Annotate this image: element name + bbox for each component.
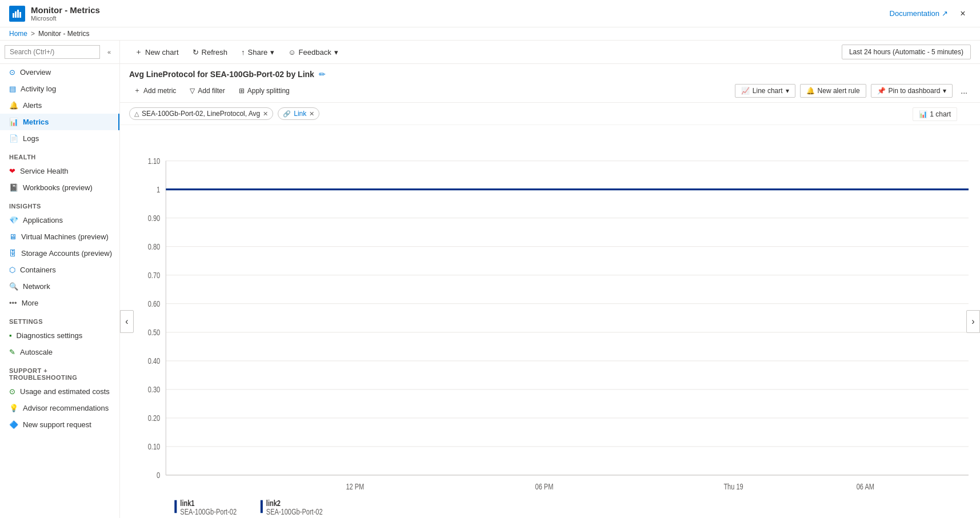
svg-text:12 PM: 12 PM (346, 483, 364, 491)
svg-text:0.70: 0.70 (148, 271, 161, 280)
line-chart-icon: 📈 (741, 87, 750, 95)
new-support-icon: 🔷 (9, 420, 18, 429)
line-chart-button[interactable]: 📈 Line chart ▾ (735, 84, 795, 98)
collapse-button[interactable]: « (103, 46, 115, 58)
more-icon: ••• (9, 299, 17, 307)
new-alert-rule-button[interactable]: 🔔 New alert rule (800, 84, 866, 98)
settings-section-label: Settings (0, 311, 119, 327)
svg-text:0.30: 0.30 (148, 386, 161, 394)
sidebar-item-virtual-machines[interactable]: 🖥 Virtual Machines (preview) (0, 228, 119, 245)
sidebar-item-new-support[interactable]: 🔷 New support request (0, 416, 119, 433)
time-range-button[interactable]: Last 24 hours (Automatic - 5 minutes) (842, 45, 971, 59)
line-chart-chevron-icon: ▾ (786, 87, 789, 95)
more-options-button[interactable]: ... (957, 84, 971, 98)
sidebar-item-applications[interactable]: 💎 Applications (0, 212, 119, 228)
svg-text:0.90: 0.90 (148, 214, 161, 222)
svg-rect-34 (174, 500, 177, 513)
sidebar-item-overview[interactable]: ⊙ Overview (0, 64, 119, 81)
advisor-icon: 💡 (9, 404, 18, 412)
svg-text:link1: link1 (180, 499, 194, 508)
svg-rect-38 (261, 500, 263, 513)
chart-header: Avg LineProtocol for SEA-100Gb-Port-02 b… (120, 64, 980, 103)
edit-chart-title-icon[interactable]: ✏ (319, 70, 326, 79)
chart-count-icon: 📊 (919, 110, 927, 118)
link-tag-icon: 🔗 (283, 110, 291, 118)
svg-rect-2 (17, 10, 19, 18)
svg-text:SEA-100Gb-Port-02: SEA-100Gb-Port-02 (266, 508, 323, 516)
svg-text:0: 0 (157, 471, 160, 480)
storage-accounts-icon: 🗄 (9, 249, 17, 258)
overview-icon: ⊙ (9, 68, 15, 77)
breadcrumb-home[interactable]: Home (9, 30, 27, 38)
sidebar-label-network: Network (23, 282, 50, 291)
sidebar-label-applications: Applications (23, 216, 63, 224)
app-subtitle: Microsoft (31, 15, 100, 22)
share-icon: ↑ (241, 48, 245, 57)
apply-splitting-icon: ⊞ (239, 87, 245, 95)
sidebar-item-usage-costs[interactable]: ⊙ Usage and estimated costs (0, 383, 119, 400)
metric-tag-1[interactable]: △ SEA-100Gb-Port-02, LineProtocol, Avg ✕ (129, 107, 273, 120)
refresh-button[interactable]: ↻ Refresh (187, 45, 234, 59)
app-identity: Monitor - Metrics Microsoft (9, 5, 100, 22)
sidebar-item-network[interactable]: 🔍 Network (0, 278, 119, 295)
sidebar-item-alerts[interactable]: 🔔 Alerts (0, 97, 119, 114)
apply-splitting-button[interactable]: ⊞ Apply splitting (234, 85, 294, 97)
add-filter-button[interactable]: ▽ Add filter (185, 85, 229, 97)
chart-count-label: 1 chart (930, 110, 951, 118)
sidebar-item-diagnostics[interactable]: ▪ Diagnostics settings (0, 327, 119, 344)
chart-title: Avg LineProtocol for SEA-100Gb-Port-02 b… (129, 70, 314, 79)
chart-nav-right[interactable]: › (966, 310, 980, 333)
add-metric-button[interactable]: ＋ Add metric (129, 83, 181, 98)
autoscale-icon: ✎ (9, 348, 15, 356)
new-chart-button[interactable]: ＋ New chart (129, 44, 185, 60)
metric-tag-label: SEA-100Gb-Port-02, LineProtocol, Avg (142, 110, 260, 118)
applications-icon: 💎 (9, 216, 18, 224)
sidebar-item-containers[interactable]: ⬡ Containers (0, 262, 119, 278)
sidebar-item-activity-log[interactable]: ▤ Activity log (0, 81, 119, 97)
link-tag-label: Link (294, 110, 306, 118)
svg-text:0.10: 0.10 (148, 443, 161, 451)
sidebar-item-more[interactable]: ••• More (0, 295, 119, 311)
diagnostics-icon: ▪ (9, 331, 12, 340)
svg-rect-1 (15, 11, 17, 18)
breadcrumb-current: Monitor - Metrics (38, 30, 89, 38)
feedback-button[interactable]: ☺ Feedback ▾ (282, 45, 343, 59)
svg-text:06 PM: 06 PM (535, 483, 554, 491)
close-button[interactable]: × (955, 6, 971, 22)
documentation-link[interactable]: Documentation ↗ (890, 9, 948, 18)
sidebar-label-diagnostics: Diagnostics settings (17, 331, 83, 340)
svg-text:1: 1 (157, 185, 160, 194)
sidebar-item-logs[interactable]: 📄 Logs (0, 130, 119, 147)
top-bar: Monitor - Metrics Microsoft Documentatio… (0, 0, 980, 27)
breadcrumb-separator: > (31, 30, 35, 38)
sidebar-label-advisor: Advisor recommendations (23, 404, 109, 412)
link-tag-remove[interactable]: ✕ (309, 110, 314, 118)
alerts-icon: 🔔 (9, 101, 18, 110)
chart-tags-row: △ SEA-100Gb-Port-02, LineProtocol, Avg ✕… (120, 103, 980, 125)
sidebar-label-usage-costs: Usage and estimated costs (20, 387, 110, 396)
main-layout: « ⊙ Overview ▤ Activity log 🔔 Alerts 📊 M… (0, 41, 980, 518)
service-health-icon: ❤ (9, 167, 15, 175)
sidebar-item-metrics[interactable]: 📊 Metrics (0, 114, 119, 130)
search-input[interactable] (5, 45, 100, 59)
feedback-chevron-icon: ▾ (334, 48, 338, 57)
sidebar-item-autoscale[interactable]: ✎ Autoscale (0, 344, 119, 360)
sidebar-item-storage-accounts[interactable]: 🗄 Storage Accounts (preview) (0, 245, 119, 262)
svg-text:SEA-100Gb-Port-02: SEA-100Gb-Port-02 (180, 508, 237, 516)
pin-to-dashboard-button[interactable]: 📌 Pin to dashboard ▾ (871, 84, 953, 98)
sidebar-label-containers: Containers (20, 266, 56, 274)
metrics-icon: 📊 (9, 118, 18, 126)
sidebar-label-more: More (22, 299, 39, 307)
svg-text:0.60: 0.60 (148, 300, 161, 308)
metric-tag-2[interactable]: 🔗 Link ✕ (278, 107, 319, 120)
sidebar-label-metrics: Metrics (23, 118, 49, 126)
metric-tag-remove[interactable]: ✕ (263, 110, 268, 118)
sidebar-item-service-health[interactable]: ❤ Service Health (0, 163, 119, 179)
chart-controls-right: 📈 Line chart ▾ 🔔 New alert rule 📌 Pin to… (735, 84, 971, 98)
chart-nav-left[interactable]: ‹ (120, 310, 134, 333)
sidebar-item-advisor[interactable]: 💡 Advisor recommendations (0, 400, 119, 416)
share-button[interactable]: ↑ Share ▾ (235, 45, 280, 59)
sidebar-item-workbooks[interactable]: 📓 Workbooks (preview) (0, 179, 119, 196)
add-filter-icon: ▽ (190, 87, 195, 95)
alert-rule-icon: 🔔 (806, 87, 815, 95)
